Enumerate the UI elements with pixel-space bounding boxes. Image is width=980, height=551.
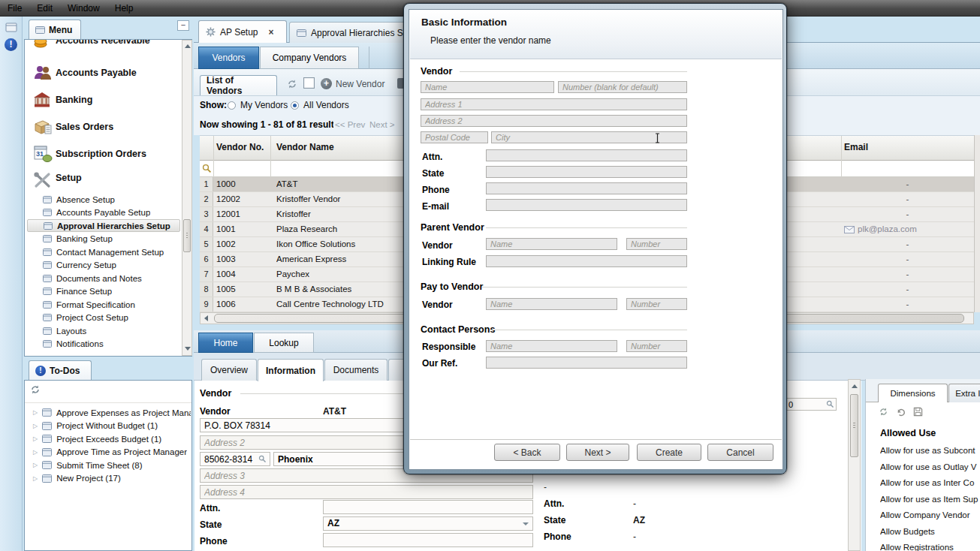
phone-input[interactable] [323, 533, 533, 547]
sidebar-item-banking[interactable]: Banking [25, 86, 181, 113]
scroll-left-icon[interactable] [204, 315, 208, 321]
tab-approval-hierarchies[interactable]: Approval Hierarchies Se [289, 22, 418, 43]
sidebar-item-layouts[interactable]: Layouts [27, 324, 177, 337]
menu-scrollbar[interactable] [182, 40, 192, 356]
todo-item[interactable]: ▷ Project Without Budget (1) [27, 420, 191, 432]
select-checkbox-icon[interactable] [303, 77, 315, 89]
column-header-vendor-no[interactable]: Vendor No. [216, 142, 264, 152]
allowed-use-item[interactable]: Allow for use as Subcont [880, 446, 980, 455]
tab-company-vendors[interactable]: Company Vendors [260, 47, 359, 69]
todo-item[interactable]: ▷ Approve Expenses as Project Mana [27, 406, 191, 419]
address4-input[interactable] [200, 485, 533, 499]
dialog-responsible-number-input[interactable] [626, 340, 687, 352]
sidebar-item-currency-setup[interactable]: Currency Setup [27, 259, 177, 272]
sidebar-item-subscription-orders[interactable]: 31 Subscription Orders [25, 140, 181, 167]
radio-all-vendors[interactable] [291, 101, 299, 110]
dialog-payto-name-input[interactable] [486, 298, 617, 310]
sidebar-item-accounts-payable[interactable]: Accounts Payable [25, 59, 181, 86]
sidebar-item-format-specification[interactable]: Format Specification [27, 298, 177, 311]
menu-edit[interactable]: Edit [37, 3, 53, 14]
undo-icon[interactable] [896, 407, 906, 419]
dialog-address1-input[interactable] [421, 98, 687, 110]
dialog-parent-name-input[interactable] [486, 238, 617, 250]
search-icon[interactable] [202, 164, 212, 176]
tab-information[interactable]: Information [258, 359, 324, 381]
expander-icon[interactable]: ▷ [33, 475, 38, 482]
refresh-icon[interactable] [287, 79, 297, 92]
menu-panel-tab[interactable]: Menu [29, 20, 81, 40]
allowed-use-item[interactable]: Allow Registrations [880, 543, 980, 551]
todo-item[interactable]: ▷ New Project (17) [27, 472, 191, 485]
table-vscroll-track[interactable] [974, 135, 980, 312]
tab-ap-setup[interactable]: AP Setup × [198, 20, 287, 43]
prev-page-link[interactable]: << Prev [335, 120, 365, 129]
vscrollbar-thumb[interactable] [850, 394, 858, 457]
dialog-name-input[interactable] [421, 81, 554, 93]
sidebar-item-banking-setup[interactable]: Banking Setup [27, 233, 177, 245]
dialog-number-input[interactable] [558, 81, 687, 93]
dialog-state-input[interactable] [486, 166, 687, 178]
allowed-use-item[interactable]: Allow for use as Inter Co [880, 478, 980, 487]
menu-file[interactable]: File [8, 3, 22, 14]
attn-input[interactable] [323, 500, 533, 514]
dialog-postal-input[interactable] [421, 131, 488, 143]
todo-item[interactable]: ▷ Submit Time Sheet (8) [27, 459, 191, 471]
allowed-use-item[interactable]: Allow Budgets [880, 527, 980, 536]
menu-help[interactable]: Help [115, 3, 134, 14]
toolbar-more-icon[interactable] [397, 78, 403, 89]
radio-all-vendors-label[interactable]: All Vendors [303, 100, 349, 110]
create-button[interactable]: Create [637, 444, 701, 461]
expander-icon[interactable]: ▷ [33, 449, 38, 456]
dialog-parent-number-input[interactable] [626, 238, 687, 250]
scroll-up-icon[interactable] [852, 384, 858, 388]
tab-vendors[interactable]: Vendors [198, 47, 259, 69]
menu-window[interactable]: Window [68, 3, 100, 14]
dialog-phone-input[interactable] [486, 182, 687, 194]
sidebar-item-accounts-payable-setup[interactable]: Accounts Payable Setup [27, 206, 177, 219]
todo-item[interactable]: ▷ Project Exceeds Budget (1) [27, 432, 191, 445]
dialog-attn-input[interactable] [486, 149, 687, 161]
allowed-use-item[interactable]: Allow for use as Outlay V [880, 462, 980, 471]
sidebar-item-documents-and-notes[interactable]: Documents and Notes [27, 272, 177, 285]
expander-icon[interactable]: ▷ [33, 462, 38, 468]
collapse-button[interactable]: − [177, 20, 189, 31]
tab-overview[interactable]: Overview [201, 359, 257, 381]
postal-search-icon[interactable] [258, 455, 267, 465]
sidebar-item-notifications[interactable]: Notifications [27, 338, 177, 351]
radio-my-vendors-label[interactable]: My Vendors [240, 100, 288, 110]
expander-icon[interactable]: ▷ [33, 409, 38, 416]
sidebar-item-finance-setup[interactable]: Finance Setup [27, 285, 177, 298]
sidebar-item-absence-setup[interactable]: Absence Setup [27, 193, 177, 206]
allowed-use-item[interactable]: Allow for use as Item Sup [880, 495, 980, 504]
allowed-use-item[interactable]: Allow Company Vendor [880, 510, 980, 519]
tab-home[interactable]: Home [198, 333, 253, 353]
column-header-email[interactable]: Email [844, 142, 868, 152]
todo-item[interactable]: ▷ Approve Time as Project Manager [27, 446, 191, 459]
detail-vscrollbar[interactable] [848, 379, 861, 551]
todos-alert-icon[interactable]: ! [5, 38, 17, 51]
dialog-payto-number-input[interactable] [626, 298, 687, 310]
sidebar-item-approval-hierarchies-setup[interactable]: Approval Hierarchies Setup [27, 219, 180, 232]
dialog-responsible-name-input[interactable] [486, 340, 617, 352]
sidebar-item-setup[interactable]: Setup [25, 167, 181, 191]
tab-dimensions[interactable]: Dimensions [878, 384, 948, 402]
save-icon[interactable] [913, 407, 923, 419]
panel-refresh-icon[interactable] [879, 407, 888, 419]
scroll-down-icon[interactable] [185, 347, 191, 351]
dialog-linking-rule-input[interactable] [486, 255, 687, 267]
sidebar-item-accounts-receivable[interactable]: Accounts Receivable [25, 40, 181, 54]
todos-panel-tab[interactable]: ! To-Dos [29, 360, 92, 380]
sidebar-item-contact-management-setup[interactable]: Contact Management Setup [27, 245, 177, 258]
scrollbar-thumb[interactable] [183, 219, 191, 252]
back-button[interactable]: < Back [494, 444, 560, 461]
lookup-search-icon[interactable] [826, 400, 834, 411]
scroll-up-icon[interactable] [185, 44, 191, 48]
tab-list-of-vendors[interactable]: List of Vendors [200, 75, 277, 95]
expander-icon[interactable]: ▷ [33, 423, 38, 429]
state-select[interactable]: AZ [323, 516, 533, 531]
dialog-email-input[interactable] [486, 199, 687, 211]
sidebar-item-project-cost-setup[interactable]: Project Cost Setup [27, 312, 177, 324]
expander-icon[interactable]: ▷ [33, 435, 38, 442]
tab-lookup[interactable]: Lookup [254, 333, 314, 353]
tab-documents[interactable]: Documents [324, 359, 387, 381]
